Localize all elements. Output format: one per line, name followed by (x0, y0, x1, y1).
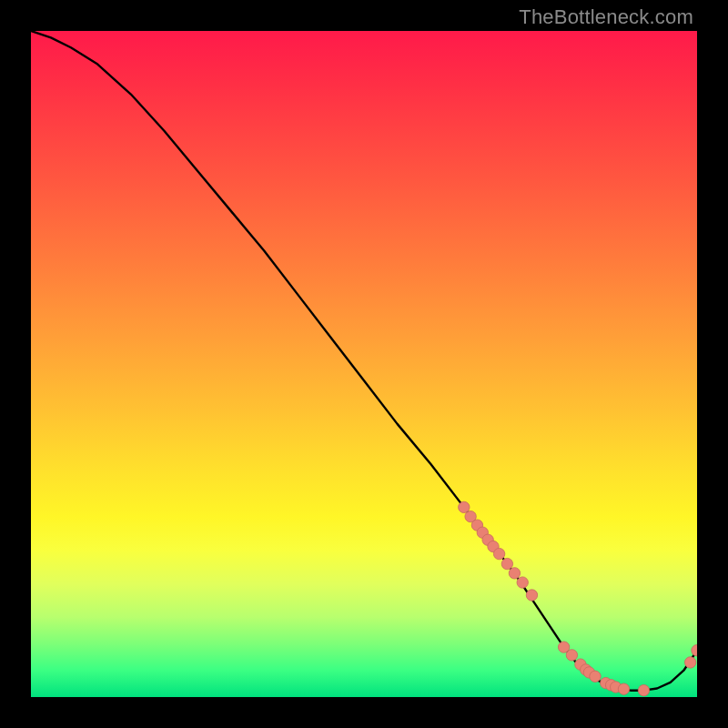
marker-point (509, 568, 520, 579)
marker-point (684, 657, 695, 668)
marker-point (526, 590, 537, 601)
bottleneck-curve (31, 31, 697, 691)
marker-point (590, 671, 601, 682)
marker-point (501, 558, 512, 569)
marker-point (638, 684, 649, 695)
plot-area (31, 31, 697, 697)
chart-stage: TheBottleneck.com (0, 0, 728, 728)
marker-group (459, 501, 697, 696)
watermark-text: TheBottleneck.com (519, 5, 693, 29)
marker-point (517, 577, 528, 588)
marker-point (618, 683, 629, 694)
marker-point (692, 645, 697, 656)
marker-point (566, 650, 577, 661)
marker-point (493, 548, 504, 559)
chart-svg (31, 31, 697, 697)
marker-point (459, 501, 470, 512)
